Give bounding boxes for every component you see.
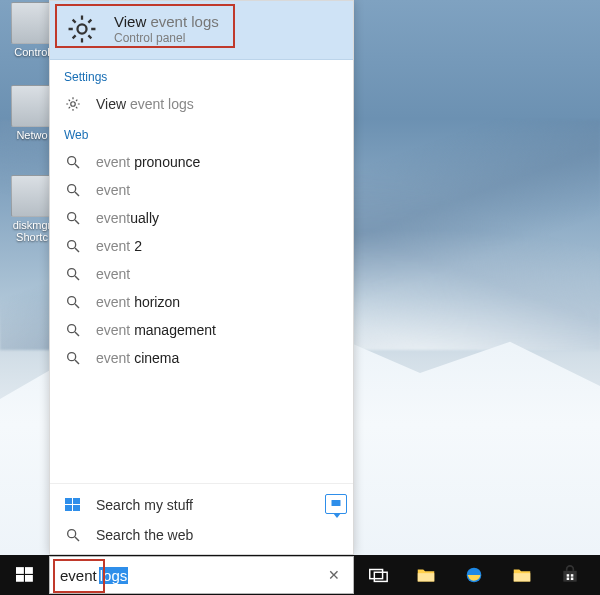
search-my-stuff[interactable]: Search my stuff xyxy=(50,490,353,520)
diskmgr-icon xyxy=(11,175,53,217)
feedback-icon[interactable] xyxy=(325,494,347,514)
search-input[interactable]: event logs ✕ xyxy=(49,556,354,594)
search-the-web[interactable]: Search the web xyxy=(50,520,353,550)
web-result[interactable]: event cinema xyxy=(50,344,353,372)
best-match-title: View event logs xyxy=(114,13,219,30)
search-typed-text: event xyxy=(60,567,97,584)
footer-text: Search my stuff xyxy=(96,497,193,513)
search-results-panel: View event logs Control panel Settings V… xyxy=(49,0,354,555)
network-icon xyxy=(11,85,53,127)
svg-line-3 xyxy=(75,164,79,168)
svg-rect-29 xyxy=(370,570,383,579)
clear-search-button[interactable]: ✕ xyxy=(321,562,347,588)
svg-line-17 xyxy=(75,360,79,364)
best-match-title-prefix: View xyxy=(114,13,150,30)
svg-point-16 xyxy=(68,353,76,361)
svg-rect-20 xyxy=(65,505,72,511)
section-label-settings: Settings xyxy=(50,60,353,90)
svg-line-9 xyxy=(75,248,79,252)
svg-rect-24 xyxy=(332,500,341,506)
panel-footer: Search my stuff Search the web xyxy=(50,483,353,554)
svg-line-5 xyxy=(75,192,79,196)
footer-text: Search the web xyxy=(96,527,193,543)
results-list: Settings View event logs Web event prono… xyxy=(50,60,353,483)
svg-point-2 xyxy=(68,157,76,165)
control-panel-icon xyxy=(11,2,53,44)
search-icon xyxy=(64,209,82,227)
svg-rect-27 xyxy=(16,575,24,582)
svg-rect-26 xyxy=(25,567,33,574)
taskbar-task-view[interactable] xyxy=(354,555,402,595)
svg-rect-19 xyxy=(73,498,80,504)
svg-rect-21 xyxy=(73,505,80,511)
svg-point-12 xyxy=(68,297,76,305)
best-match-text: View event logs Control panel xyxy=(114,13,219,45)
section-label-web: Web xyxy=(50,118,353,148)
svg-rect-34 xyxy=(563,571,576,582)
svg-rect-18 xyxy=(65,498,72,504)
web-result[interactable]: event horizon xyxy=(50,288,353,316)
search-icon xyxy=(64,349,82,367)
taskbar-store[interactable] xyxy=(546,555,594,595)
svg-point-10 xyxy=(68,269,76,277)
svg-line-23 xyxy=(75,537,79,541)
windows-tile-icon xyxy=(64,496,82,514)
result-text: event pronounce xyxy=(96,154,200,170)
search-icon xyxy=(64,181,82,199)
gear-icon xyxy=(64,11,100,47)
svg-point-4 xyxy=(68,185,76,193)
svg-line-13 xyxy=(75,304,79,308)
svg-rect-38 xyxy=(571,578,574,581)
svg-point-14 xyxy=(68,325,76,333)
search-icon xyxy=(64,293,82,311)
gear-icon xyxy=(64,95,82,113)
svg-point-22 xyxy=(68,530,76,538)
svg-point-0 xyxy=(77,24,86,33)
result-text: event cinema xyxy=(96,350,179,366)
result-text: event xyxy=(96,266,130,282)
web-result[interactable]: event pronounce xyxy=(50,148,353,176)
web-result[interactable]: event xyxy=(50,260,353,288)
best-match-result[interactable]: View event logs Control panel xyxy=(50,1,353,60)
taskbar-file-explorer[interactable] xyxy=(402,555,450,595)
web-result[interactable]: event management xyxy=(50,316,353,344)
search-icon xyxy=(64,526,82,544)
taskbar-internet-explorer[interactable] xyxy=(450,555,498,595)
taskbar-file-explorer-2[interactable] xyxy=(498,555,546,595)
result-text: eventually xyxy=(96,210,159,226)
svg-rect-33 xyxy=(514,573,531,581)
result-text: event xyxy=(96,182,130,198)
search-icon xyxy=(64,153,82,171)
svg-rect-28 xyxy=(25,575,33,582)
settings-result[interactable]: View event logs xyxy=(50,90,353,118)
best-match-subtitle: Control panel xyxy=(114,31,219,45)
svg-rect-37 xyxy=(567,578,570,581)
web-result[interactable]: event 2 xyxy=(50,232,353,260)
svg-point-6 xyxy=(68,213,76,221)
search-icon xyxy=(64,265,82,283)
svg-rect-35 xyxy=(567,574,570,577)
svg-rect-36 xyxy=(571,574,574,577)
svg-line-7 xyxy=(75,220,79,224)
svg-rect-31 xyxy=(418,573,435,581)
search-icon xyxy=(64,237,82,255)
result-text: event horizon xyxy=(96,294,180,310)
search-input-text: event logs xyxy=(60,557,321,593)
result-text: View event logs xyxy=(96,96,194,112)
result-text: event management xyxy=(96,322,216,338)
svg-rect-25 xyxy=(16,567,24,574)
svg-line-15 xyxy=(75,332,79,336)
search-icon xyxy=(64,321,82,339)
svg-point-8 xyxy=(68,241,76,249)
svg-point-1 xyxy=(71,102,76,107)
start-button[interactable] xyxy=(0,555,49,595)
svg-line-11 xyxy=(75,276,79,280)
web-result[interactable]: event xyxy=(50,176,353,204)
result-text: event 2 xyxy=(96,238,142,254)
best-match-title-query: event logs xyxy=(150,13,218,30)
search-autocomplete-selection: logs xyxy=(99,567,129,584)
web-result[interactable]: eventually xyxy=(50,204,353,232)
svg-rect-30 xyxy=(374,572,387,581)
